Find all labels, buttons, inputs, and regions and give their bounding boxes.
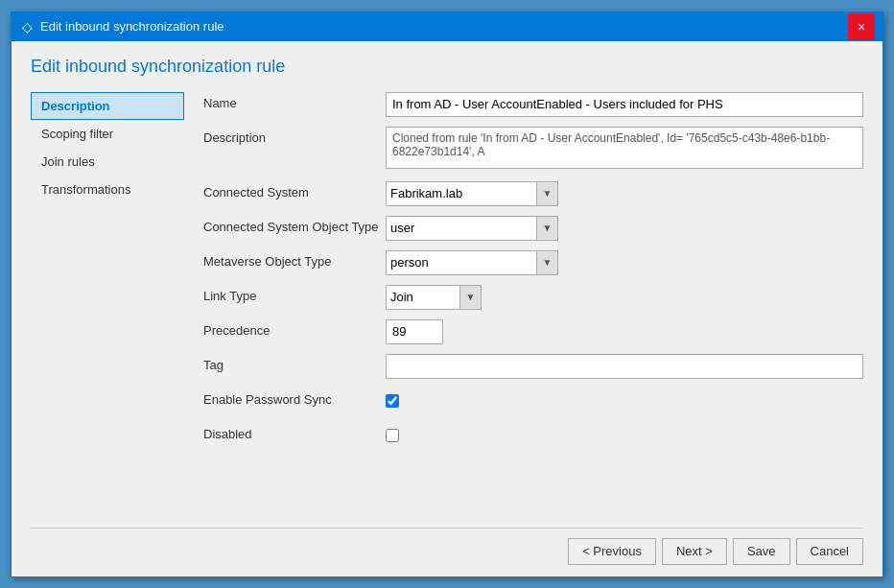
- app-icon: ◇: [19, 19, 35, 35]
- form-row-tag: Tag: [203, 354, 863, 379]
- title-bar-title: Edit inbound synchronization rule: [40, 19, 224, 34]
- sidebar-item-description[interactable]: Description: [31, 92, 184, 120]
- name-input[interactable]: [386, 92, 863, 117]
- description-label: Description: [203, 127, 386, 145]
- link-type-select-arrow[interactable]: ▼: [459, 286, 481, 309]
- form-row-enable-password-sync: Enable Password Sync: [203, 388, 863, 413]
- mvot-select-arrow[interactable]: ▼: [536, 251, 557, 274]
- main-content: Description Scoping filter Join rules Tr…: [31, 92, 863, 520]
- enable-password-sync-label: Enable Password Sync: [203, 388, 386, 407]
- csot-control: user ▼: [386, 216, 863, 241]
- cancel-button[interactable]: Cancel: [796, 538, 863, 565]
- form-area: Name Description Connected System: [184, 92, 863, 520]
- mvot-select-wrapper: person ▼: [386, 250, 558, 275]
- page-title: Edit inbound synchronization rule: [31, 57, 863, 77]
- sidebar: Description Scoping filter Join rules Tr…: [31, 92, 184, 520]
- disabled-wrapper: [386, 423, 863, 448]
- tag-control: [386, 354, 863, 379]
- mvot-label: Metaverse Object Type: [203, 250, 386, 269]
- mvot-select[interactable]: person: [387, 251, 536, 274]
- link-type-label: Link Type: [203, 285, 386, 303]
- disabled-control: [386, 423, 863, 448]
- link-type-select-wrapper: Join ▼: [386, 285, 482, 310]
- disabled-checkbox[interactable]: [386, 429, 399, 442]
- description-input[interactable]: [386, 127, 863, 169]
- previous-button[interactable]: < Previous: [568, 538, 656, 565]
- csot-label: Connected System Object Type: [203, 216, 386, 234]
- form-row-link-type: Link Type Join ▼: [203, 285, 863, 310]
- title-bar-left: ◇ Edit inbound synchronization rule: [19, 19, 224, 35]
- form-row-connected-system: Connected System Fabrikam.lab ▼: [203, 181, 863, 206]
- name-control: [386, 92, 863, 117]
- form-row-mvot: Metaverse Object Type person ▼: [203, 250, 863, 275]
- enable-password-sync-wrapper: [386, 388, 863, 413]
- disabled-label: Disabled: [203, 423, 386, 441]
- mvot-control: person ▼: [386, 250, 863, 275]
- form-row-csot: Connected System Object Type user ▼: [203, 216, 863, 241]
- sidebar-item-scoping-filter[interactable]: Scoping filter: [31, 120, 184, 148]
- description-control: [386, 127, 863, 172]
- connected-system-select[interactable]: Fabrikam.lab: [387, 182, 536, 205]
- close-button[interactable]: ×: [848, 13, 875, 40]
- csot-select-wrapper: user ▼: [386, 216, 558, 241]
- connected-system-control: Fabrikam.lab ▼: [386, 181, 863, 206]
- content-area: Edit inbound synchronization rule Descri…: [12, 41, 882, 576]
- sidebar-item-transformations[interactable]: Transformations: [31, 176, 184, 203]
- main-window: ◇ Edit inbound synchronization rule × Ed…: [11, 12, 883, 577]
- form-row-description: Description: [203, 127, 863, 172]
- next-button[interactable]: Next >: [662, 538, 727, 565]
- csot-select-arrow[interactable]: ▼: [536, 217, 557, 240]
- connected-system-select-arrow[interactable]: ▼: [536, 182, 557, 205]
- footer: < Previous Next > Save Cancel: [31, 528, 863, 565]
- enable-password-sync-control: [386, 388, 863, 413]
- connected-system-label: Connected System: [203, 181, 386, 200]
- enable-password-sync-checkbox[interactable]: [386, 394, 399, 408]
- tag-input[interactable]: [386, 354, 863, 379]
- csot-select[interactable]: user: [387, 217, 536, 240]
- precedence-label: Precedence: [203, 319, 386, 338]
- link-type-control: Join ▼: [386, 285, 863, 310]
- link-type-select[interactable]: Join: [387, 286, 459, 309]
- connected-system-select-wrapper: Fabrikam.lab ▼: [386, 181, 558, 206]
- save-button[interactable]: Save: [733, 538, 790, 565]
- form-row-precedence: Precedence: [203, 319, 863, 344]
- form-row-name: Name: [203, 92, 863, 117]
- name-label: Name: [203, 92, 386, 110]
- title-bar: ◇ Edit inbound synchronization rule ×: [12, 12, 882, 41]
- tag-label: Tag: [203, 354, 386, 372]
- precedence-input[interactable]: [386, 319, 443, 344]
- form-row-disabled: Disabled: [203, 423, 863, 448]
- precedence-control: [386, 319, 863, 344]
- sidebar-item-join-rules[interactable]: Join rules: [31, 148, 184, 176]
